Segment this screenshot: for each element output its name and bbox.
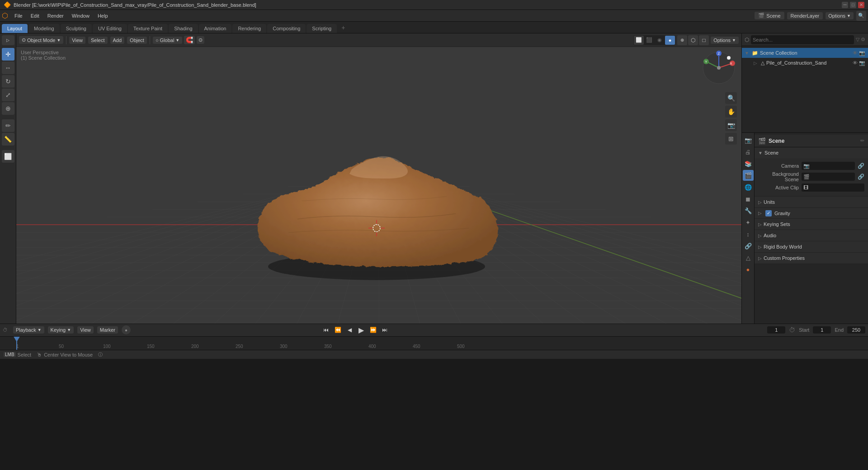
xray-toggle[interactable]: □ (699, 35, 709, 45)
render-properties-tab[interactable]: 📷 (743, 135, 754, 146)
tab-layout[interactable]: Layout (2, 24, 28, 33)
mode-selector[interactable]: ⊙ Object Mode ▼ (19, 36, 63, 44)
rotate-tool[interactable]: ↻ (2, 75, 14, 88)
viewport-shading-selector[interactable]: ○ Global ▼ (153, 37, 182, 44)
options-dropdown[interactable]: Options ▼ (711, 37, 739, 44)
world-properties-tab[interactable]: 🌐 (743, 182, 754, 193)
proportional-edit[interactable]: ⊙ (197, 36, 204, 44)
mesh-render-icon[interactable]: 📷 (859, 60, 865, 66)
tab-shading[interactable]: Shading (169, 24, 198, 33)
annotate-tool[interactable]: ✏ (2, 119, 14, 132)
add-workspace-button[interactable]: + (338, 22, 349, 33)
gravity-checkbox[interactable]: ✓ (765, 210, 772, 216)
playback-menu[interactable]: Playback ▼ (13, 326, 44, 334)
outliner-settings-icon[interactable]: ⚙ (861, 37, 865, 42)
scene-properties-tab[interactable]: 🎬 (743, 170, 754, 181)
current-frame-field[interactable]: 1 (767, 326, 785, 334)
menu-edit[interactable]: Edit (27, 12, 43, 19)
units-section-header[interactable]: ▷ Units (755, 197, 868, 207)
jump-start-button[interactable]: ⏮ (321, 325, 331, 335)
navigation-gizmo[interactable]: X Y Z (701, 50, 737, 86)
play-reverse-button[interactable]: ◀ (344, 325, 354, 335)
background-scene-value[interactable]: 🎬 (802, 173, 855, 181)
measure-tool[interactable]: 📏 (2, 133, 14, 146)
gravity-expand[interactable]: ▷ (758, 211, 762, 216)
maximize-button[interactable]: □ (850, 2, 856, 8)
constraints-tab[interactable]: 🔗 (743, 240, 754, 251)
viewport[interactable]: ⊙ Object Mode ▼ View Select Add Object ○… (16, 33, 741, 324)
material-mode[interactable]: ◉ (655, 36, 665, 45)
camera-value[interactable]: 📷 (802, 162, 855, 170)
scene-edit-icon[interactable]: ✏ (860, 138, 864, 144)
active-clip-value[interactable]: 🎞 (802, 183, 864, 192)
menu-render[interactable]: Render (44, 12, 67, 19)
blender-menu-logo[interactable]: ⬡ (2, 11, 8, 20)
add-object-tool[interactable]: ⬜ (2, 150, 14, 163)
end-frame-field[interactable]: 250 (847, 326, 865, 334)
visibility-icon[interactable]: 👁 (853, 50, 858, 56)
view-menu[interactable]: View (69, 37, 85, 44)
scene-selector[interactable]: 🎬Scene (755, 12, 784, 19)
menu-help[interactable]: Help (94, 12, 112, 19)
render-layer-selector[interactable]: RenderLayer (787, 12, 823, 19)
step-back-button[interactable]: ⏪ (333, 325, 343, 335)
camera-link-icon[interactable]: 🔗 (858, 163, 864, 169)
move-tool[interactable]: ↔ (2, 61, 14, 74)
outliner-scene-collection[interactable]: ▼ 📁 Scene Collection 👁 📷 (742, 48, 868, 58)
jump-end-button[interactable]: ⏭ (380, 325, 390, 335)
snap-controls[interactable]: 🧲 (184, 36, 195, 44)
tab-compositing[interactable]: Compositing (267, 24, 306, 33)
tab-sculpting[interactable]: Sculpting (61, 24, 92, 33)
tab-animation[interactable]: Animation (199, 24, 232, 33)
start-frame-field[interactable]: 1 (813, 326, 831, 334)
select-menu[interactable]: Select (88, 37, 108, 44)
tab-texture-paint[interactable]: Texture Paint (128, 24, 168, 33)
render-icon[interactable]: 📷 (859, 50, 865, 56)
orthographic-icon[interactable]: ⊞ (725, 133, 737, 145)
bg-scene-link-icon[interactable]: 🔗 (858, 174, 864, 180)
audio-section-header[interactable]: ▷ Audio (755, 230, 868, 241)
transform-tool[interactable]: ⊕ (2, 102, 14, 115)
modifiers-tab[interactable]: 🔧 (743, 205, 754, 216)
outliner-search-input[interactable] (751, 35, 854, 44)
output-properties-tab[interactable]: 🖨 (743, 146, 754, 157)
cursor-tool[interactable]: ✛ (2, 48, 14, 61)
wireframe-mode[interactable]: ⬜ (634, 36, 644, 45)
tab-scripting[interactable]: Scripting (307, 24, 337, 33)
rigid-body-header[interactable]: ▷ Rigid Body World (755, 241, 868, 252)
pan-icon[interactable]: ✋ (725, 106, 737, 118)
physics-tab[interactable]: ↕ (743, 229, 754, 240)
marker-menu[interactable]: Marker (97, 326, 118, 334)
keying-menu[interactable]: Keying ▼ (48, 326, 74, 334)
view-menu-timeline[interactable]: View (77, 326, 94, 334)
minimize-button[interactable]: ─ (842, 2, 848, 8)
close-button[interactable]: ✕ (858, 2, 864, 8)
options-button[interactable]: Options▼ (826, 12, 854, 19)
tab-uv-editing[interactable]: UV Editing (93, 24, 127, 33)
tab-rendering[interactable]: Rendering (232, 24, 266, 33)
data-tab[interactable]: △ (743, 252, 754, 263)
menu-window[interactable]: Window (68, 12, 93, 19)
camera-view-icon[interactable]: 📷 (725, 119, 737, 131)
tab-modeling[interactable]: Modeling (28, 24, 60, 33)
gizmos-toggle[interactable]: ⊕ (677, 35, 687, 45)
menu-file[interactable]: File (11, 12, 26, 19)
play-button[interactable]: ▶ (356, 325, 366, 335)
custom-props-header[interactable]: ▷ Custom Properties (755, 253, 868, 263)
outliner-mesh-item[interactable]: ▷ △ Pile_of_Construction_Sand 👁 📷 (742, 58, 868, 68)
add-menu[interactable]: Add (110, 37, 125, 44)
zoom-fit-icon[interactable]: 🔍 (725, 92, 737, 104)
view-layer-tab[interactable]: 📚 (743, 158, 754, 169)
timeline-ruler[interactable]: 1 50 100 150 200 250 300 350 400 450 500 (0, 337, 868, 350)
keying-sets-header[interactable]: ▷ Keying Sets (755, 219, 868, 230)
scale-tool[interactable]: ⤢ (2, 89, 14, 101)
scene-section-header[interactable]: ▼ Scene (755, 147, 868, 158)
object-menu[interactable]: Object (127, 37, 147, 44)
step-forward-button[interactable]: ⏩ (368, 325, 378, 335)
filter-icon[interactable]: ▽ (856, 37, 859, 42)
solid-mode[interactable]: ⬛ (644, 36, 654, 45)
search-icon[interactable]: 🔍 (856, 11, 866, 21)
particles-tab[interactable]: ✦ (743, 217, 754, 228)
material-tab[interactable]: ● (743, 264, 754, 275)
object-properties-tab[interactable]: ◼ (743, 193, 754, 204)
